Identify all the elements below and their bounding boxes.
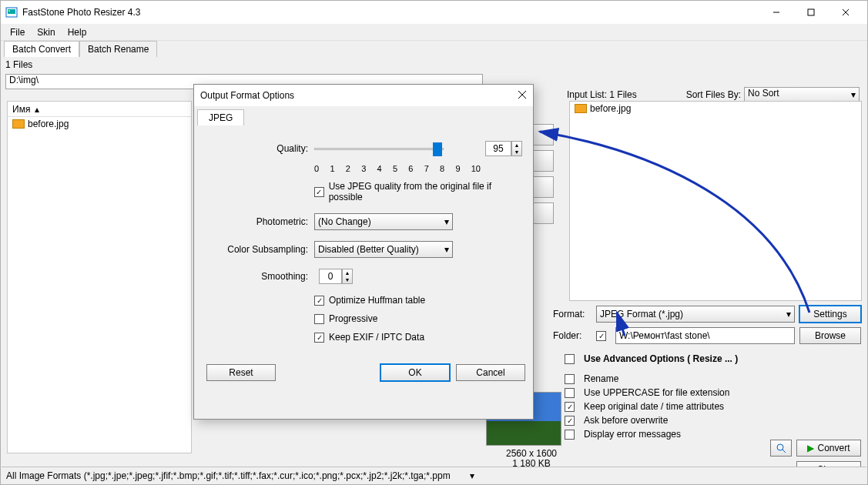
svg-point-7 (777, 444, 783, 450)
format-select[interactable]: JPEG Format (*.jpg) (596, 306, 795, 323)
dialog-title: Output Format Options (200, 90, 518, 101)
dialog-close-icon[interactable] (518, 90, 527, 102)
play-icon: ▶ (807, 443, 814, 453)
input-file-list: before.jpg (569, 101, 862, 301)
convert-button[interactable]: ▶Convert (796, 440, 861, 457)
quality-value[interactable] (485, 141, 511, 156)
sort-asc-icon: ▴ (35, 104, 39, 115)
main-tabs: Batch Convert Batch Rename (1, 41, 867, 57)
close-button[interactable] (828, 2, 863, 23)
output-format-dialog: Output Format Options JPEG Quality: ▲▼ 0… (193, 84, 534, 420)
keepdate-label: Keep original date / time attributes (584, 401, 724, 412)
input-list-label: Input List: 1 Files (567, 89, 637, 100)
image-icon (12, 119, 25, 129)
use-original-quality-label: Use JPEG quality from the original file … (329, 181, 522, 202)
menu-help[interactable]: Help (63, 25, 92, 39)
disperr-label: Display error messages (584, 429, 681, 440)
askoverwrite-checkbox[interactable] (565, 416, 575, 426)
files-count: 1 Files (1, 57, 867, 72)
tab-batch-rename[interactable]: Batch Rename (79, 41, 157, 57)
status-dropdown-icon[interactable]: ▾ (470, 470, 474, 481)
menubar: File Skin Help (1, 24, 867, 41)
uppercase-label: Use UPPERCASE for file extension (584, 387, 729, 398)
folder-checkbox[interactable] (596, 331, 606, 341)
progressive-checkbox[interactable] (314, 314, 324, 324)
sort-select[interactable]: No Sort (744, 87, 860, 102)
quality-slider[interactable] (314, 148, 444, 150)
file-name: before.jpg (28, 119, 69, 129)
huffman-checkbox[interactable] (314, 296, 324, 306)
menu-file[interactable]: File (5, 25, 29, 39)
list-item[interactable]: before.jpg (570, 102, 861, 115)
file-name: before.jpg (590, 103, 631, 114)
askoverwrite-label: Ask before overwrite (584, 415, 668, 426)
cancel-button[interactable]: Cancel (456, 364, 525, 381)
progressive-label: Progressive (329, 313, 377, 324)
smoothing-value[interactable] (319, 269, 342, 284)
format-label: Format: (553, 309, 592, 319)
status-text: All Image Formats (*.jpg;*.jpe;*.jpeg;*.… (6, 470, 468, 481)
browse-button[interactable]: Browse (799, 327, 861, 344)
ok-button[interactable]: OK (380, 364, 450, 381)
preview-toggle-button[interactable] (770, 440, 792, 457)
tab-jpeg[interactable]: JPEG (197, 109, 244, 125)
column-name[interactable]: Имя (12, 104, 30, 115)
source-file-list: Имя▴ before.jpg (7, 101, 192, 453)
photometric-select[interactable]: (No Change) (314, 213, 453, 230)
svg-line-8 (783, 450, 786, 453)
huffman-label: Optimize Huffman table (329, 295, 425, 306)
uppercase-checkbox[interactable] (565, 388, 575, 398)
exif-label: Keep EXIF / IPTC Data (329, 332, 424, 343)
smoothing-label: Smoothing: (205, 271, 314, 282)
settings-button[interactable]: Settings (799, 306, 861, 323)
advanced-label: Use Advanced Options ( Resize ... ) (584, 353, 738, 364)
sort-label: Sort Files By: (686, 89, 741, 100)
list-item[interactable]: before.jpg (8, 117, 191, 131)
advanced-checkbox[interactable] (565, 354, 575, 364)
keepdate-checkbox[interactable] (565, 402, 575, 412)
exif-checkbox[interactable] (314, 333, 324, 343)
svg-rect-4 (808, 9, 814, 15)
subsample-label: Color Subsampling: (205, 244, 314, 255)
photometric-label: Photometric: (205, 216, 314, 227)
app-title: FastStone Photo Resizer 4.3 (22, 7, 759, 18)
quality-spinner[interactable]: ▲▼ (511, 141, 522, 156)
folder-label: Folder: (553, 330, 592, 341)
svg-rect-1 (8, 9, 15, 14)
image-icon (575, 104, 587, 113)
rename-label: Rename (584, 373, 618, 384)
use-original-quality-checkbox[interactable] (314, 187, 324, 197)
tab-batch-convert[interactable]: Batch Convert (4, 41, 79, 57)
folder-input[interactable] (615, 327, 795, 344)
menu-skin[interactable]: Skin (32, 25, 59, 39)
app-icon (5, 6, 18, 18)
reset-button[interactable]: Reset (206, 364, 276, 381)
quality-slider-thumb[interactable] (433, 142, 442, 156)
quality-ticks: 012345678910 (314, 164, 522, 173)
titlebar: FastStone Photo Resizer 4.3 (1, 1, 867, 24)
maximize-button[interactable] (793, 2, 828, 23)
minimize-button[interactable] (759, 2, 793, 23)
statusbar: All Image Formats (*.jpg;*.jpe;*.jpeg;*.… (2, 467, 866, 483)
quality-label: Quality: (205, 143, 314, 154)
rename-checkbox[interactable] (565, 374, 575, 384)
subsample-select[interactable]: Disabled (Better Quality) (314, 241, 453, 258)
disperr-checkbox[interactable] (565, 430, 575, 440)
svg-point-2 (8, 10, 10, 12)
smoothing-spinner[interactable]: ▲▼ (342, 269, 353, 284)
